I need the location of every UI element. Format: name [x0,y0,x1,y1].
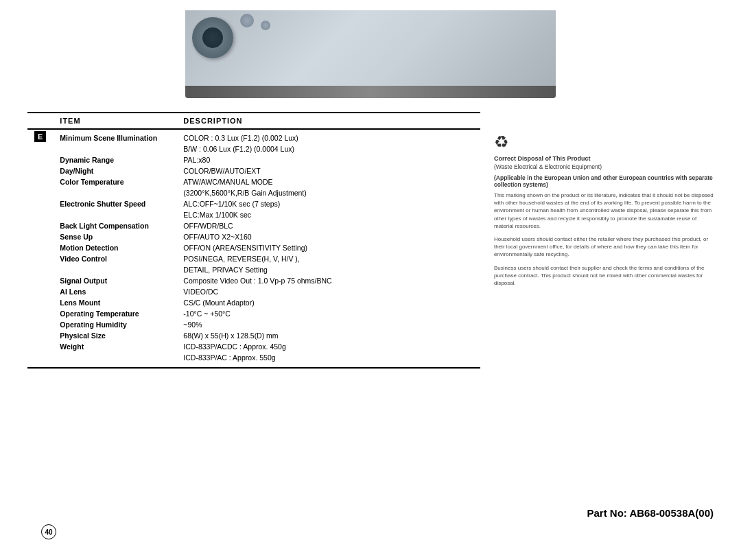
section-label-cell [27,231,53,242]
description-cell: CS/C (Mount Adaptor) [176,297,480,308]
table-row: AI LensVIDEO/DC [27,286,480,297]
section-label-cell [27,319,53,330]
section-label-cell [27,165,53,176]
item-name-cell: Video Control [53,253,176,275]
section-label-cell [27,297,53,308]
item-name-cell: Day/Night [53,165,176,176]
item-name-cell: Minimum Scene Illumination [53,129,176,154]
description-cell: -10°C ~ +50°C [176,308,480,319]
description-cell: ~90% [176,319,480,330]
section-label-cell [27,330,53,341]
disposal-section: ♻ Correct Disposal of This Product (Wast… [494,132,714,287]
item-name-cell: Operating Humidity [53,319,176,330]
table-row: EMinimum Scene IlluminationCOLOR : 0.3 L… [27,129,480,143]
item-name-cell: Back Light Compensation [53,220,176,231]
description-cell: ELC:Max 1/100K sec [176,209,480,220]
main-content: ITEM DESCRIPTION EMinimum Scene Illumina… [0,98,741,382]
item-name-cell: Lens Mount [53,297,176,308]
description-cell: VIDEO/DC [176,286,480,297]
table-row: WeightICD-833P/ACDC : Approx. 450g [27,341,480,352]
section-label-cell: E [27,129,53,154]
disposal-paragraph-2: Household users should contact either th… [494,235,714,259]
description-col-header: DESCRIPTION [176,113,480,129]
spec-table: ITEM DESCRIPTION EMinimum Scene Illumina… [27,112,480,369]
item-name-cell: Sense Up [53,231,176,242]
section-label-cell [27,198,53,220]
section-label-cell [27,286,53,297]
item-name-cell: Color Temperature [53,176,176,198]
section-label-cell [27,242,53,253]
item-name-cell: Electronic Shutter Speed [53,198,176,220]
right-panel: ♻ Correct Disposal of This Product (Wast… [494,112,714,369]
table-row: Sense UpOFF/AUTO X2~X160 [27,231,480,242]
header-banner [185,10,556,86]
disposal-subtitle: (Waste Electrical & Electronic Equipment… [494,163,714,170]
table-row: Operating Humidity~90% [27,319,480,330]
section-label-cell [27,220,53,231]
eu-notice: (Applicable in the European Union and ot… [494,174,714,188]
header-bottom-bar [185,86,556,98]
description-cell: OFF/ON (AREA/SENSITIVITY Setting) [176,242,480,253]
item-name-cell: Motion Detection [53,242,176,253]
section-label-cell [27,308,53,319]
item-name-cell: Physical Size [53,330,176,341]
item-name-cell: Weight [53,341,176,363]
item-name-cell: AI Lens [53,286,176,297]
table-row: Color TemperatureATW/AWC/MANUAL MODE [27,176,480,187]
disposal-paragraph-1: This marking shown on the product or its… [494,191,714,230]
description-cell: Composite Video Out : 1.0 Vp-p 75 ohms/B… [176,275,480,286]
description-cell: ICD-833P/AC : Approx. 550g [176,352,480,363]
description-cell: PAL:x80 [176,154,480,165]
table-row: Signal OutputComposite Video Out : 1.0 V… [27,275,480,286]
description-cell: (3200°K,5600°K,R/B Gain Adjustment) [176,187,480,198]
section-col-header [27,113,53,129]
table-row: Operating Temperature-10°C ~ +50°C [27,308,480,319]
disposal-paragraphs: This marking shown on the product or its… [494,191,714,287]
section-label-cell [27,176,53,198]
description-cell: COLOR : 0.3 Lux (F1.2) (0.002 Lux) [176,129,480,143]
bubble-decoration-2 [261,21,270,30]
description-cell: COLOR/BW/AUTO/EXT [176,165,480,176]
page-number: 40 [41,524,56,539]
table-row: Lens MountCS/C (Mount Adaptor) [27,297,480,308]
section-label-cell [27,341,53,363]
table-bottom-row [27,363,480,368]
section-label-cell [27,253,53,275]
disposal-paragraph-3: Business users should contact their supp… [494,264,714,288]
recycle-icon: ♻ [494,132,714,152]
item-col-header: ITEM [53,113,176,129]
description-cell: 68(W) x 55(H) x 128.5(D) mm [176,330,480,341]
item-name-cell: Dynamic Range [53,154,176,165]
table-section: ITEM DESCRIPTION EMinimum Scene Illumina… [27,112,480,369]
table-row: Video ControlPOSI/NEGA, REVERSE(H, V, H/… [27,253,480,264]
disposal-title: Correct Disposal of This Product [494,155,714,162]
section-label-cell [27,154,53,165]
section-label-cell [27,275,53,286]
table-row: Motion DetectionOFF/ON (AREA/SENSITIVITY… [27,242,480,253]
table-row: Electronic Shutter SpeedALC:OFF~1/10K se… [27,198,480,209]
table-row: Dynamic RangePAL:x80 [27,154,480,165]
description-cell: ATW/AWC/MANUAL MODE [176,176,480,187]
description-cell: B/W : 0.06 Lux (F1.2) (0.0004 Lux) [176,143,480,154]
item-name-cell: Operating Temperature [53,308,176,319]
section-e-badge: E [34,131,46,142]
description-cell: OFF/WDR/BLC [176,220,480,231]
part-number: Part No: AB68-00538A(00) [587,507,714,519]
table-row: Physical Size68(W) x 55(H) x 128.5(D) mm [27,330,480,341]
description-cell: POSI/NEGA, REVERSE(H, V, H/V ), [176,253,480,264]
item-name-cell: Signal Output [53,275,176,286]
description-cell: ALC:OFF~1/10K sec (7 steps) [176,198,480,209]
table-row: Day/NightCOLOR/BW/AUTO/EXT [27,165,480,176]
description-cell: ICD-833P/ACDC : Approx. 450g [176,341,480,352]
description-cell: DETAIL, PRIVACY Setting [176,264,480,275]
table-row: Back Light CompensationOFF/WDR/BLC [27,220,480,231]
bubble-decoration-1 [240,14,254,27]
description-cell: OFF/AUTO X2~X160 [176,231,480,242]
